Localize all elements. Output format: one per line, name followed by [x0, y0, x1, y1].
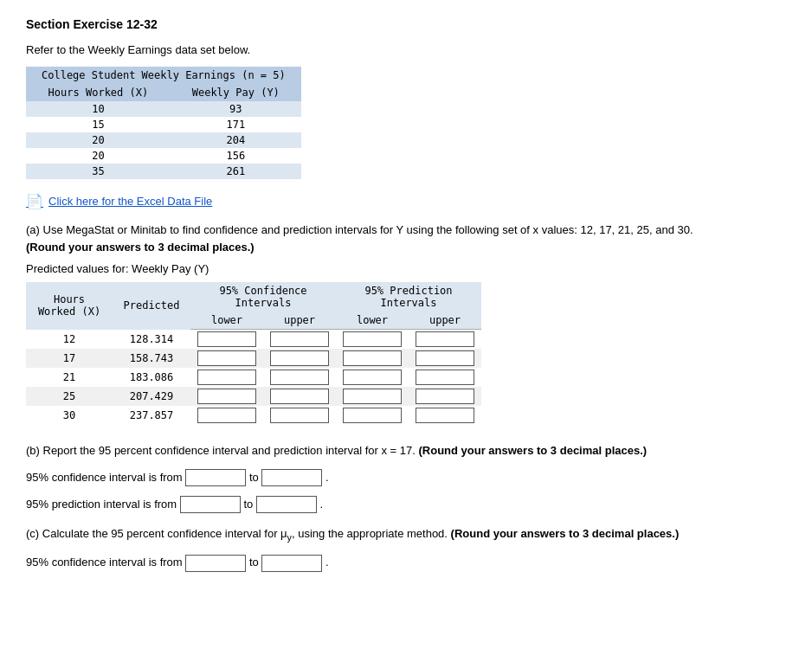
result-pi-lower-cell	[336, 349, 409, 368]
data-table: College Student Weekly Earnings (n = 5) …	[26, 67, 301, 179]
ci-lower-header: lower	[190, 312, 263, 330]
pi-lower-input-3[interactable]	[343, 389, 402, 404]
result-predicted-cell: 207.429	[113, 387, 190, 406]
data-table-row: 15171	[26, 117, 301, 132]
result-hours-cell: 25	[26, 387, 113, 406]
hours-cell: 10	[26, 101, 171, 117]
results-ci-group-header: 95% Confidence Intervals	[190, 282, 336, 312]
instruction-a: (a) Use MegaStat or Minitab to find conf…	[26, 222, 786, 255]
excel-link-text[interactable]: Click here for the Excel Data File	[48, 195, 212, 208]
predicted-values-label: Predicted values for: Weekly Pay (Y)	[26, 262, 786, 275]
ci-to-input[interactable]	[261, 469, 322, 486]
results-table-row: 12 128.314	[26, 330, 481, 350]
ci-c-from-input[interactable]	[185, 555, 246, 572]
result-pi-lower-cell	[336, 330, 409, 350]
data-table-row: 1093	[26, 101, 301, 117]
result-ci-lower-cell	[190, 387, 263, 406]
result-ci-upper-cell	[263, 330, 336, 350]
excel-icon: 📄	[26, 193, 43, 209]
ci-lower-input-1[interactable]	[197, 350, 256, 366]
result-hours-cell: 21	[26, 368, 113, 387]
pi-upper-input-4[interactable]	[416, 408, 474, 423]
result-hours-cell: 12	[26, 330, 113, 350]
ci-upper-input-0[interactable]	[270, 331, 329, 347]
pay-cell: 93	[171, 101, 301, 117]
col-pay-header: Weekly Pay (Y)	[171, 84, 301, 101]
result-ci-lower-cell	[190, 349, 263, 368]
pay-cell: 171	[171, 117, 301, 132]
ci-lower-input-2[interactable]	[197, 370, 256, 385]
result-ci-lower-cell	[190, 368, 263, 387]
results-pi-group-header: 95% Prediction Intervals	[336, 282, 481, 312]
pi-upper-input-2[interactable]	[416, 370, 474, 385]
to-label-pi: to	[243, 498, 255, 511]
ci-upper-input-2[interactable]	[270, 370, 329, 385]
results-table-row: 21 183.086	[26, 368, 481, 387]
result-predicted-cell: 237.857	[113, 406, 190, 425]
results-col-hours-header: Hours Worked (X)	[26, 282, 113, 330]
ci-lower-input-3[interactable]	[197, 389, 256, 404]
instruction-c-bold: (Round your answers to 3 decimal places.…	[451, 527, 680, 540]
ci-lower-input-4[interactable]	[197, 408, 256, 423]
results-table: Hours Worked (X) Predicted 95% Confidenc…	[26, 282, 481, 425]
result-pi-lower-cell	[336, 387, 409, 406]
pay-cell: 204	[171, 132, 301, 148]
ci-upper-header: upper	[263, 312, 336, 330]
ci-upper-input-3[interactable]	[270, 389, 329, 404]
hours-cell: 20	[26, 132, 171, 148]
ci-from-input[interactable]	[185, 469, 246, 486]
result-ci-upper-cell	[263, 368, 336, 387]
result-pi-upper-cell	[409, 330, 481, 350]
hours-cell: 15	[26, 117, 171, 132]
page-title: Section Exercise 12-32	[26, 17, 786, 31]
pi-label: 95% prediction interval is from	[26, 498, 177, 511]
result-ci-lower-cell	[190, 330, 263, 350]
ci-c-label: 95% confidence interval is from	[26, 556, 183, 569]
result-ci-upper-cell	[263, 406, 336, 425]
pi-lower-input-2[interactable]	[343, 370, 402, 385]
result-pi-lower-cell	[336, 368, 409, 387]
pi-upper-header: upper	[409, 312, 481, 330]
instruction-c2: , using the appropriate method.	[292, 527, 448, 540]
result-pi-upper-cell	[409, 368, 481, 387]
pi-lower-input-0[interactable]	[343, 331, 402, 347]
ci-upper-input-4[interactable]	[270, 408, 329, 423]
hours-cell: 20	[26, 148, 171, 164]
instruction-b-bold: (Round your answers to 3 decimal places.…	[418, 444, 647, 457]
result-ci-upper-cell	[263, 349, 336, 368]
intro-text: Refer to the Weekly Earnings data set be…	[26, 43, 786, 56]
ci-upper-input-1[interactable]	[270, 350, 329, 366]
results-table-row: 25 207.429	[26, 387, 481, 406]
hours-cell: 35	[26, 164, 171, 179]
data-table-row: 20156	[26, 148, 301, 164]
result-hours-cell: 30	[26, 406, 113, 425]
result-pi-upper-cell	[409, 406, 481, 425]
instruction-b: (b) Report the 95 percent confidence int…	[26, 444, 416, 457]
excel-link[interactable]: 📄 Click here for the Excel Data File	[26, 193, 786, 209]
to-label-ci: to	[249, 471, 261, 484]
result-predicted-cell: 158.743	[113, 349, 190, 368]
pi-from-input[interactable]	[180, 496, 241, 513]
ci-lower-input-0[interactable]	[197, 331, 256, 347]
pi-lower-input-4[interactable]	[343, 408, 402, 423]
results-table-row: 17 158.743	[26, 349, 481, 368]
pi-lower-input-1[interactable]	[343, 350, 402, 366]
results-table-row: 30 237.857	[26, 406, 481, 425]
result-hours-cell: 17	[26, 349, 113, 368]
data-table-row: 35261	[26, 164, 301, 179]
pi-upper-input-1[interactable]	[416, 350, 474, 366]
col-hours-header: Hours Worked (X)	[26, 84, 171, 101]
instruction-c: (c) Calculate the 95 percent confidence …	[26, 527, 287, 540]
pi-lower-header: lower	[336, 312, 409, 330]
pi-to-input[interactable]	[256, 496, 317, 513]
pi-upper-input-3[interactable]	[416, 389, 474, 404]
pi-upper-input-0[interactable]	[416, 331, 474, 347]
data-table-header: College Student Weekly Earnings (n = 5)	[26, 67, 301, 84]
ci-c-to-input[interactable]	[261, 555, 322, 572]
result-predicted-cell: 128.314	[113, 330, 190, 350]
section-b: (b) Report the 95 percent confidence int…	[26, 442, 786, 513]
pay-cell: 261	[171, 164, 301, 179]
instruction-a-bold: (Round your answers to 3 decimal places.…	[26, 241, 255, 254]
data-table-row: 20204	[26, 132, 301, 148]
section-c: (c) Calculate the 95 percent confidence …	[26, 525, 786, 572]
